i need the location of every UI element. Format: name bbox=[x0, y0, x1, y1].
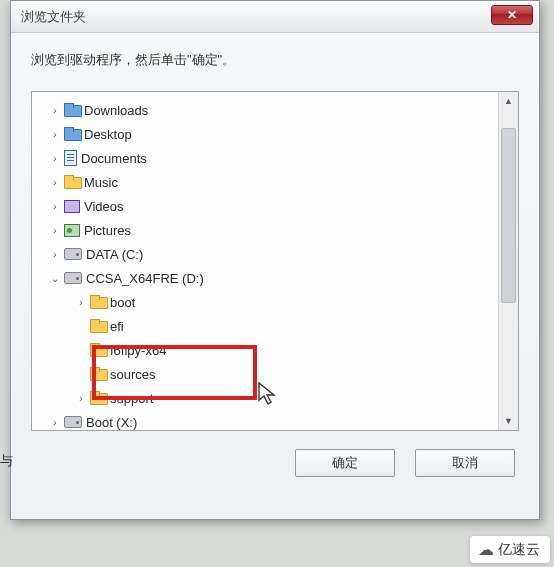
folder-tree[interactable]: ›Downloads›Desktop›Documents›Music›Video… bbox=[32, 92, 498, 430]
expand-toggle-icon[interactable]: › bbox=[48, 249, 62, 260]
tree-item[interactable]: ›Boot (X:) bbox=[38, 410, 496, 430]
background-text-fragment: 与 bbox=[0, 452, 10, 470]
dialog-title: 浏览文件夹 bbox=[21, 8, 86, 26]
tree-item-label: Music bbox=[84, 175, 118, 190]
tree-item[interactable]: ›Documents bbox=[38, 146, 496, 170]
tree-item[interactable]: ›DATA (C:) bbox=[38, 242, 496, 266]
folder-icon bbox=[90, 391, 106, 405]
close-icon: ✕ bbox=[507, 8, 517, 22]
tree-item-label: Pictures bbox=[84, 223, 131, 238]
folder-icon bbox=[90, 295, 106, 309]
folder-blue-icon bbox=[64, 103, 80, 117]
tree-item-label: support bbox=[110, 391, 153, 406]
tree-item-label: sources bbox=[110, 367, 156, 382]
dialog-titlebar[interactable]: 浏览文件夹 ✕ bbox=[11, 1, 539, 33]
vid-icon bbox=[64, 200, 80, 213]
browse-folder-dialog: 浏览文件夹 ✕ 浏览到驱动程序，然后单击"确定"。 ›Downloads›Des… bbox=[10, 0, 540, 520]
tree-item[interactable]: ⌄CCSA_X64FRE (D:) bbox=[38, 266, 496, 290]
scroll-track[interactable] bbox=[499, 110, 518, 412]
dialog-body: 浏览到驱动程序，然后单击"确定"。 ›Downloads›Desktop›Doc… bbox=[11, 33, 539, 491]
tree-item-label: Downloads bbox=[84, 103, 148, 118]
folder-blue-icon bbox=[64, 127, 80, 141]
drive-icon bbox=[64, 248, 82, 260]
watermark-badge: ☁ 亿速云 bbox=[470, 536, 550, 563]
tree-item-label: f6flpy-x64 bbox=[110, 343, 166, 358]
watermark-text: 亿速云 bbox=[498, 541, 540, 559]
tree-item[interactable]: f6flpy-x64 bbox=[38, 338, 496, 362]
tree-item-label: CCSA_X64FRE (D:) bbox=[86, 271, 204, 286]
expand-toggle-icon[interactable]: › bbox=[48, 129, 62, 140]
tree-item-label: Documents bbox=[81, 151, 147, 166]
scroll-thumb[interactable] bbox=[501, 128, 516, 303]
drive-icon bbox=[64, 416, 82, 428]
tree-item-label: Videos bbox=[84, 199, 124, 214]
dialog-button-row: 确定 取消 bbox=[31, 449, 519, 477]
ok-button[interactable]: 确定 bbox=[295, 449, 395, 477]
folder-tree-container: ›Downloads›Desktop›Documents›Music›Video… bbox=[31, 91, 519, 431]
drive-icon bbox=[64, 272, 82, 284]
cancel-button[interactable]: 取消 bbox=[415, 449, 515, 477]
scroll-down-button[interactable]: ▼ bbox=[499, 412, 518, 430]
expand-toggle-icon[interactable]: › bbox=[48, 153, 62, 164]
doc-icon bbox=[64, 150, 77, 166]
expand-toggle-icon[interactable]: › bbox=[48, 105, 62, 116]
tree-item[interactable]: ›Music bbox=[38, 170, 496, 194]
tree-item[interactable]: efi bbox=[38, 314, 496, 338]
expand-toggle-icon[interactable]: ⌄ bbox=[48, 273, 62, 284]
vertical-scrollbar[interactable]: ▲ ▼ bbox=[498, 92, 518, 430]
cloud-icon: ☁ bbox=[478, 540, 494, 559]
expand-toggle-icon[interactable]: › bbox=[48, 201, 62, 212]
pic-icon bbox=[64, 224, 80, 237]
close-button[interactable]: ✕ bbox=[491, 5, 533, 25]
tree-item[interactable]: sources bbox=[38, 362, 496, 386]
folder-icon bbox=[90, 343, 106, 357]
expand-toggle-icon[interactable]: › bbox=[48, 225, 62, 236]
tree-item[interactable]: ›boot bbox=[38, 290, 496, 314]
tree-item[interactable]: ›Pictures bbox=[38, 218, 496, 242]
expand-toggle-icon[interactable]: › bbox=[48, 417, 62, 428]
tree-item-label: efi bbox=[110, 319, 124, 334]
tree-item[interactable]: ›support bbox=[38, 386, 496, 410]
folder-icon bbox=[90, 319, 106, 333]
tree-item-label: Desktop bbox=[84, 127, 132, 142]
tree-item-label: DATA (C:) bbox=[86, 247, 143, 262]
folder-icon bbox=[64, 175, 80, 189]
instruction-text: 浏览到驱动程序，然后单击"确定"。 bbox=[31, 51, 519, 69]
tree-item-label: boot bbox=[110, 295, 135, 310]
tree-item[interactable]: ›Desktop bbox=[38, 122, 496, 146]
expand-toggle-icon[interactable]: › bbox=[74, 393, 88, 404]
tree-item[interactable]: ›Downloads bbox=[38, 98, 496, 122]
folder-icon bbox=[90, 367, 106, 381]
tree-item-label: Boot (X:) bbox=[86, 415, 137, 430]
expand-toggle-icon[interactable]: › bbox=[48, 177, 62, 188]
tree-item[interactable]: ›Videos bbox=[38, 194, 496, 218]
expand-toggle-icon[interactable]: › bbox=[74, 297, 88, 308]
scroll-up-button[interactable]: ▲ bbox=[499, 92, 518, 110]
